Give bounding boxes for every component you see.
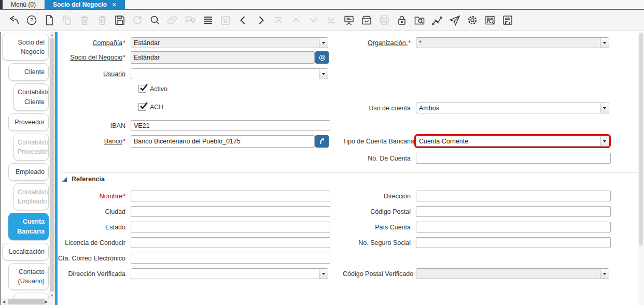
direccion-label: Dirección — [343, 193, 416, 200]
toggle-grid-icon[interactable] — [199, 12, 217, 28]
direccion-field[interactable] — [416, 191, 611, 201]
pais-cuenta-field[interactable] — [416, 222, 611, 233]
estado-field[interactable] — [131, 222, 330, 233]
banco-field[interactable]: Banco Bicentenario del Pueblo_0175 — [131, 135, 315, 148]
organizacion-combobox[interactable]: * — [416, 37, 609, 48]
ach-label: ACH — [150, 104, 163, 111]
socio-label[interactable]: Socio del Negocio* — [58, 54, 131, 61]
iban-field[interactable]: VE21 — [131, 120, 330, 131]
scroll-up-icon[interactable]: ▲ — [49, 32, 55, 38]
usuario-combobox[interactable] — [131, 68, 328, 79]
cp-verificado-value — [416, 269, 600, 279]
ach-checkbox[interactable] — [138, 103, 146, 111]
seguro-social-label: No. Seguro Social — [343, 239, 416, 246]
toolbar: ? 31 — [0, 10, 644, 31]
sidebar-item-socio-del-negocio[interactable]: Socio del Negocio — [2, 34, 49, 61]
lock-icon[interactable] — [393, 12, 411, 28]
uso-cuenta-dropdown-button[interactable] — [600, 103, 609, 113]
zoom-across-button[interactable] — [315, 135, 329, 148]
usuario-value — [131, 69, 319, 79]
licencia-field[interactable] — [131, 237, 330, 248]
activo-checkbox[interactable] — [138, 85, 146, 93]
tab-menu-label: Menú (0) — [11, 1, 36, 8]
sidebar-vertical-scrollbar[interactable]: ▲ ▼ — [49, 32, 55, 298]
correo-label: Cta. Correo Electrónico — [58, 255, 131, 262]
tipo-cuenta-combobox[interactable]: Cuenta Corriente — [416, 136, 609, 147]
product-info-icon[interactable] — [481, 12, 499, 28]
sidebar-item-empleado[interactable]: Empleado — [8, 163, 49, 181]
compania-combobox[interactable]: Estándar — [131, 37, 328, 48]
sidebar-item-contabilidad-cliente[interactable]: Contabilidad Cliente — [13, 83, 49, 110]
application-window: Menú (0) Socio del Negocio × ? 31 — [0, 0, 644, 305]
socio-field[interactable]: Estándar — [131, 51, 315, 64]
workflow-icon[interactable] — [428, 12, 446, 28]
parent-record-icon[interactable] — [234, 12, 252, 28]
attachment-icon — [164, 12, 181, 28]
archive-icon[interactable] — [358, 12, 375, 28]
svg-text:31: 31 — [223, 19, 228, 24]
pais-cuenta-label: País Cuenta — [343, 224, 416, 231]
cp-verificado-label: Código Postal Verificado — [343, 270, 416, 278]
seguro-social-field[interactable] — [416, 237, 611, 248]
scroll-down-icon[interactable]: ▼ — [49, 293, 55, 298]
ciudad-field[interactable] — [131, 206, 330, 217]
previous-record-icon — [287, 12, 305, 28]
compania-dropdown-button[interactable] — [319, 38, 328, 48]
record-info-button[interactable] — [315, 51, 329, 64]
estado-label: Estado — [58, 224, 131, 231]
usuario-dropdown-button[interactable] — [319, 69, 328, 79]
form-panel: Compañía* Estándar Organización.* * Soci… — [58, 32, 644, 305]
sidebar-horizontal-scrollbar[interactable]: ◀ ▶ — [1, 298, 55, 305]
compania-label[interactable]: Compañía* — [58, 39, 131, 47]
dir-verificada-combobox[interactable] — [131, 268, 328, 279]
print-preview-icon[interactable] — [499, 12, 516, 28]
scroll-left-icon[interactable]: ◀ — [1, 298, 7, 305]
svg-text:?: ? — [30, 17, 33, 23]
dir-verificada-dropdown-button[interactable] — [319, 269, 328, 279]
no-cuenta-field[interactable] — [416, 153, 611, 164]
next-record-icon — [305, 12, 323, 28]
sidebar-item-cliente[interactable]: Cliente — [8, 63, 49, 81]
advanced-find-icon[interactable] — [411, 12, 428, 28]
tipo-cuenta-dropdown-button[interactable] — [600, 136, 609, 146]
iban-label: IBAN — [58, 122, 131, 129]
content-vertical-scrollbar[interactable] — [638, 32, 644, 305]
new-record-icon[interactable] — [40, 12, 58, 28]
uso-cuenta-combobox[interactable]: Ambos — [416, 103, 609, 113]
close-tab-icon[interactable]: × — [112, 1, 117, 8]
save-icon[interactable] — [111, 12, 129, 28]
scroll-right-icon[interactable]: ▶ — [44, 298, 49, 305]
collapse-triangle-icon[interactable] — [62, 177, 67, 182]
undo-icon[interactable] — [5, 12, 23, 28]
cp-verificado-dropdown-button[interactable] — [600, 269, 609, 279]
sidebar-item-contacto-usuario[interactable]: Contacto (Usuario) — [8, 263, 49, 290]
tab-menu[interactable]: Menú (0) — [3, 0, 45, 9]
nombre-field[interactable] — [131, 191, 330, 201]
help-icon[interactable]: ? — [23, 12, 40, 28]
chevron-down-icon — [603, 140, 606, 142]
banco-label[interactable]: Banco* — [58, 138, 131, 145]
sidebar-item-localizacion[interactable]: Localización — [2, 243, 49, 260]
sidebar-item-proveedor[interactable]: Proveedor — [8, 113, 49, 131]
correo-field[interactable] — [131, 253, 330, 264]
sidebar-hscroll-thumb[interactable] — [8, 299, 45, 304]
codigo-postal-field[interactable] — [416, 206, 611, 217]
report-icon[interactable] — [340, 12, 358, 28]
organizacion-dropdown-button[interactable] — [600, 38, 609, 48]
sidebar-item-contabilidad-empleado: Contabilidad Empleado — [13, 183, 49, 210]
sidebar-item-cuenta-bancaria[interactable]: Cuenta Bancaria — [8, 213, 49, 240]
settings-icon[interactable] — [464, 12, 481, 28]
organizacion-label[interactable]: Organización.* — [343, 39, 416, 47]
print-icon — [375, 12, 393, 28]
detail-record-icon[interactable] — [252, 12, 270, 28]
tab-socio-del-negocio[interactable]: Socio del Negocio × — [45, 0, 125, 9]
ciudad-label: Ciudad — [58, 208, 131, 215]
sidebar-vscroll-thumb[interactable] — [50, 38, 54, 292]
referencia-section-header[interactable]: Referencia — [62, 176, 105, 183]
find-icon[interactable] — [146, 12, 164, 28]
cp-verificado-combobox[interactable] — [416, 268, 609, 279]
dir-verificada-label: Dirección Verificada — [58, 270, 131, 278]
content-vscroll-thumb[interactable] — [639, 33, 643, 245]
send-mail-icon[interactable] — [446, 12, 464, 28]
usuario-label[interactable]: Usuario — [58, 70, 131, 78]
